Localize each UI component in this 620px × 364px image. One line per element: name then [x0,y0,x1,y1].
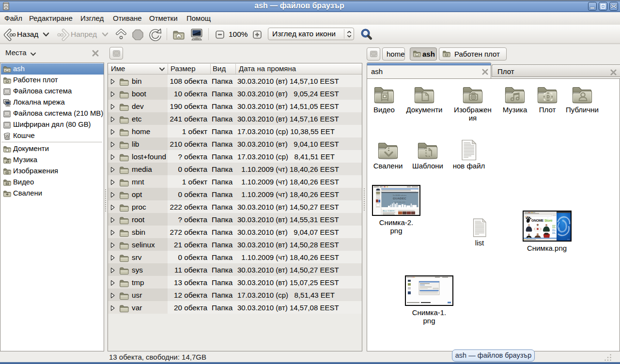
svg-text:About GUADEC: About GUADEC [383,210,395,212]
svg-text:GNOME: GNOME [531,219,544,222]
svg-text:Store: Store [544,219,553,222]
svg-text:July 24-30th, 2010: July 24-30th, 2010 [394,201,405,203]
svg-text:GUADEC: GUADEC [393,197,406,200]
